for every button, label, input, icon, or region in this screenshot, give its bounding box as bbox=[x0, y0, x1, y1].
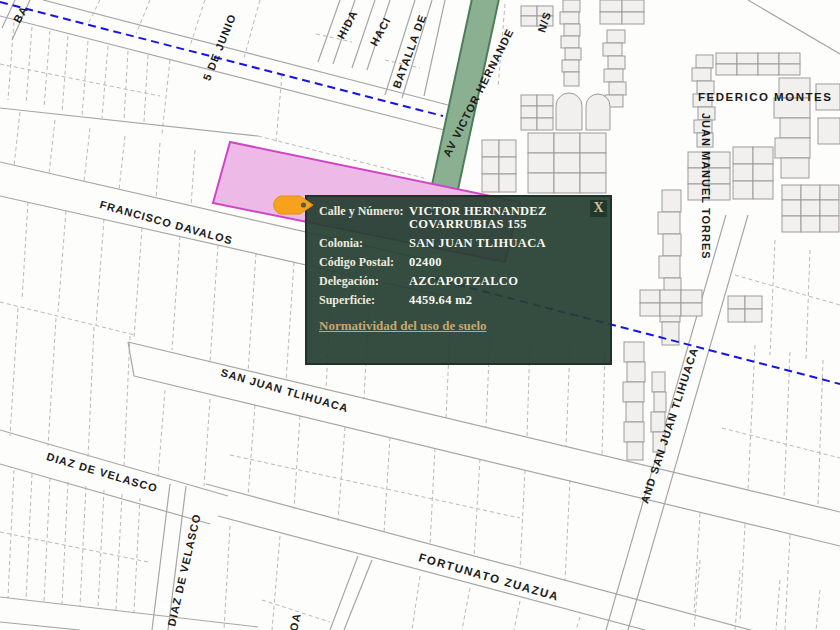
field-value-calle: VICTOR HERNANDEZ COVARRUBIAS 155 bbox=[409, 205, 588, 231]
field-label-codigo-postal: Código Postal: bbox=[319, 256, 405, 269]
street-label-federico-montes: FEDERICO MONTES bbox=[698, 91, 832, 103]
field-label-colonia: Colonia: bbox=[319, 237, 405, 250]
location-marker-icon[interactable] bbox=[274, 196, 313, 214]
arch-building bbox=[586, 94, 610, 130]
parcel-info-table: Calle y Número: VICTOR HERNANDEZ COVARRU… bbox=[307, 197, 610, 311]
field-label-calle: Calle y Número: bbox=[319, 205, 405, 231]
street-label-juan-manuel-torres: JUAN MANUEL TORRES bbox=[700, 113, 712, 260]
map-viewer: BA 5 DE JUNIO HIDA HACI BATALLA DE AV VI… bbox=[0, 0, 840, 630]
field-label-superficie: Superficie: bbox=[319, 294, 405, 307]
marker-layer bbox=[270, 193, 320, 219]
field-value-delegacion: AZCAPOTZALCO bbox=[409, 275, 588, 288]
arch-building bbox=[556, 93, 582, 130]
normatividad-link[interactable]: Normatividad del uso de suelo bbox=[319, 318, 487, 334]
field-label-delegacion: Delegación: bbox=[319, 275, 405, 288]
field-value-colonia: SAN JUAN TLIHUACA bbox=[409, 237, 588, 250]
marker-dot bbox=[301, 202, 306, 207]
close-icon[interactable]: X bbox=[590, 200, 607, 217]
parcel-info-popup: X Calle y Número: VICTOR HERNANDEZ COVAR… bbox=[305, 195, 612, 365]
field-value-codigo-postal: 02400 bbox=[409, 256, 588, 269]
field-value-superficie: 4459.64 m2 bbox=[409, 294, 588, 307]
